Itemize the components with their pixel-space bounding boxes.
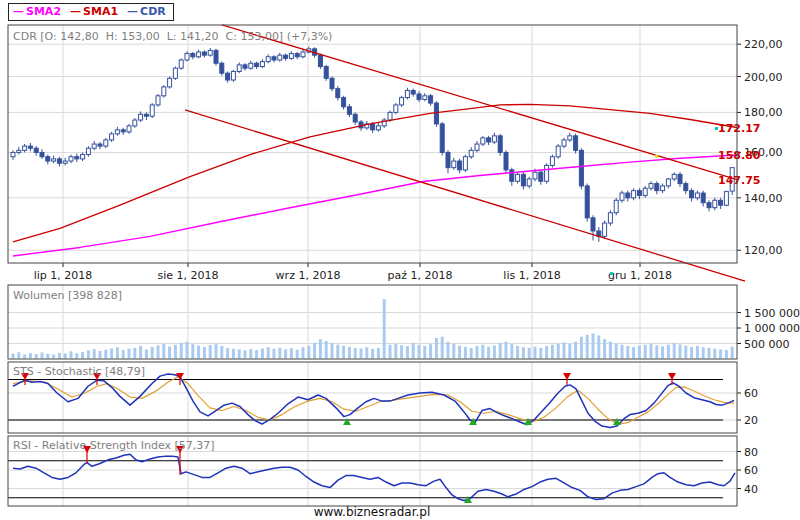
svg-text:60: 60 xyxy=(744,464,758,477)
legend-label-sma2: SMA2 xyxy=(26,5,61,18)
sma2-line-swatch: — xyxy=(13,5,24,18)
svg-text:lip 1, 2018: lip 1, 2018 xyxy=(34,269,93,282)
legend-item-cdr: —CDR xyxy=(127,5,166,18)
legend-label-sma1: SMA1 xyxy=(83,5,118,18)
price-panel: 220,00200,00180,00160,00140,00120,00lip … xyxy=(8,25,783,282)
svg-text:sie 1, 2018: sie 1, 2018 xyxy=(157,269,218,282)
svg-text:lis 1, 2018: lis 1, 2018 xyxy=(503,269,560,282)
svg-text:172.17: 172.17 xyxy=(718,122,760,135)
svg-text:200,00: 200,00 xyxy=(744,71,783,84)
cdr-line-swatch: — xyxy=(127,5,138,18)
svg-text:gru 1, 2018: gru 1, 2018 xyxy=(608,269,672,282)
svg-text:500 000: 500 000 xyxy=(744,338,790,351)
svg-text:60: 60 xyxy=(744,387,758,400)
candles xyxy=(11,46,737,255)
rsi-panel-title: RSI - Relative Strength Index [57,37] xyxy=(13,439,215,452)
legend-item-sma1: —SMA1 xyxy=(70,5,118,18)
svg-text:wrz 1, 2018: wrz 1, 2018 xyxy=(276,269,341,282)
site-watermark: www.biznesradar.pl xyxy=(0,505,744,519)
svg-text:paź 1, 2018: paź 1, 2018 xyxy=(388,269,453,282)
volume-panel: 1 500 0001 000 000500 000 xyxy=(8,285,800,359)
svg-text:180,00: 180,00 xyxy=(744,106,783,119)
svg-text:1 500 000: 1 500 000 xyxy=(744,307,800,320)
svg-text:220,00: 220,00 xyxy=(744,38,783,51)
svg-text:1 000 000: 1 000 000 xyxy=(744,322,800,335)
legend: —SMA2 —SMA1 —CDR xyxy=(8,3,174,21)
chart-root: 220,00200,00180,00160,00140,00120,00lip … xyxy=(0,0,800,520)
sts-panel-title: STS - Stochastic [48,79] xyxy=(13,365,145,378)
legend-label-cdr: CDR xyxy=(140,5,166,18)
svg-text:20: 20 xyxy=(744,414,758,427)
svg-text:40: 40 xyxy=(744,483,758,496)
svg-text:158.80: 158.80 xyxy=(718,149,761,162)
sma1-line-swatch: — xyxy=(70,5,81,18)
price-panel-title: CDR [O: 142,80 H: 153,00 L: 141,20 C: 15… xyxy=(13,30,332,43)
svg-text:120,00: 120,00 xyxy=(744,244,783,257)
volume-panel-title: Wolumen [398 828] xyxy=(13,289,122,302)
svg-text:140,00: 140,00 xyxy=(744,192,783,205)
legend-item-sma2: —SMA2 xyxy=(13,5,61,18)
svg-text:147.75: 147.75 xyxy=(718,174,760,187)
svg-text:80: 80 xyxy=(744,446,758,459)
